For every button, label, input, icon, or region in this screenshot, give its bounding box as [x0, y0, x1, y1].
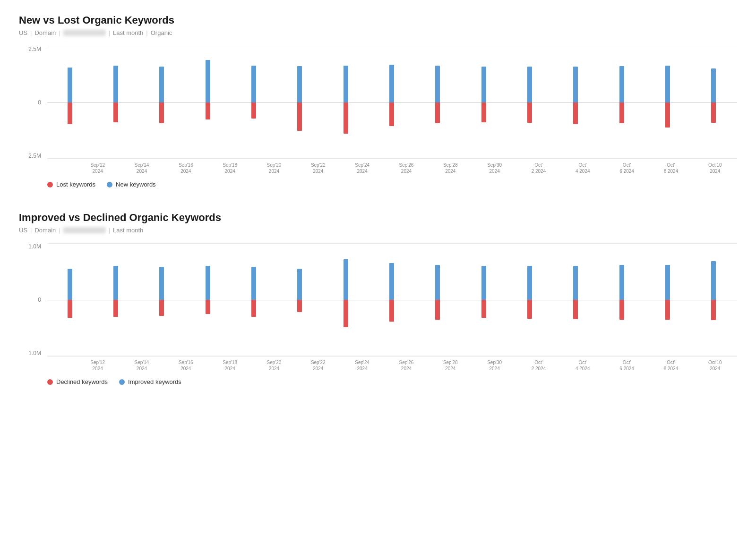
bar-group-2	[139, 243, 185, 356]
neg-bar-4	[251, 300, 256, 317]
chart2-improved-dot	[119, 379, 125, 385]
chart2-y-axis: 1.0M 0 1.0M	[19, 243, 45, 357]
chart2-y-top: 1.0M	[28, 243, 41, 250]
pos-bar-7	[389, 65, 394, 102]
bar-group-5	[277, 243, 323, 356]
pos-bar-3	[206, 60, 210, 102]
pos-bar-11	[573, 266, 578, 300]
chart2-sep2: |	[59, 227, 60, 234]
x-label-11: Oct'4 2024	[561, 359, 605, 372]
neg-bar-6	[344, 102, 348, 134]
bar-group-9	[461, 243, 507, 356]
pos-bar-8	[435, 265, 440, 300]
x-label-8: Sep'282024	[429, 162, 472, 174]
x-label-7: Sep'262024	[384, 359, 428, 372]
chart2-canvas	[47, 243, 737, 357]
neg-bar-12	[619, 300, 624, 320]
neg-bar-1	[113, 102, 118, 122]
chart1-sep1: |	[30, 29, 32, 36]
chart2-domain	[63, 227, 106, 233]
pos-bar-6	[344, 66, 348, 102]
neg-bar-10	[527, 102, 532, 123]
pos-bar-4	[251, 66, 256, 102]
neg-bar-11	[573, 102, 578, 124]
chart2-y-mid: 0	[38, 297, 41, 303]
chart1-canvas	[47, 46, 737, 159]
bar-group-14	[691, 46, 737, 159]
x-label-14: Oct'102024	[693, 162, 737, 174]
chart1-subtitle: US | Domain | | Last month | Organic	[19, 29, 737, 36]
bar-group-6	[323, 46, 369, 159]
pos-bar-9	[481, 67, 486, 102]
bar-group-0	[47, 46, 93, 159]
pos-bar-13	[665, 265, 670, 300]
chart1-category: Organic	[151, 29, 172, 36]
bar-group-8	[415, 46, 461, 159]
pos-bar-14	[711, 261, 716, 300]
x-label-2: Sep'162024	[164, 162, 208, 174]
x-label-12: Oct'6 2024	[605, 162, 649, 174]
x-label-2: Sep'162024	[164, 359, 208, 372]
bar-group-14	[691, 243, 737, 356]
bar-group-12	[599, 46, 645, 159]
neg-bar-0	[68, 102, 72, 124]
pos-bar-0	[68, 269, 72, 300]
x-label-5: Sep'222024	[296, 359, 340, 372]
x-label-4: Sep'202024	[252, 359, 296, 372]
x-label-7: Sep'262024	[384, 162, 428, 174]
neg-bar-4	[251, 102, 256, 119]
pos-bar-10	[527, 266, 532, 300]
x-label-6: Sep'242024	[340, 359, 384, 372]
chart1-domain	[63, 30, 106, 36]
chart1-y-top: 2.5M	[28, 46, 41, 52]
chart1-legend: Lost keywords New keywords	[47, 181, 737, 188]
chart1-country: US	[19, 29, 27, 36]
x-label-1: Sep'142024	[120, 359, 163, 372]
pos-bar-2	[159, 67, 164, 102]
x-label-1: Sep'142024	[120, 162, 163, 174]
neg-bar-3	[206, 300, 210, 314]
chart2-legend: Declined keywords Improved keywords	[47, 378, 737, 385]
chart1-period: Last month	[113, 29, 143, 36]
neg-bar-3	[206, 102, 210, 119]
chart1-legend-lost: Lost keywords	[47, 181, 95, 188]
chart1-y-mid: 0	[38, 99, 41, 106]
bar-group-4	[231, 243, 277, 356]
neg-bar-8	[435, 300, 440, 320]
x-label-10: Oct'2 2024	[516, 162, 560, 174]
bar-group-7	[369, 243, 415, 356]
neg-bar-0	[68, 300, 72, 318]
chart1-title: New vs Lost Organic Keywords	[19, 14, 737, 26]
pos-bar-8	[435, 66, 440, 102]
x-label-3: Sep'182024	[208, 359, 252, 372]
bar-group-1	[93, 243, 139, 356]
neg-bar-7	[389, 102, 394, 126]
chart1-legend-new: New keywords	[107, 181, 156, 188]
chart2-period: Last month	[113, 227, 143, 234]
chart2-y-bottom: 1.0M	[28, 350, 41, 357]
chart1-y-axis: 2.5M 0 2.5M	[19, 46, 45, 159]
pos-bar-2	[159, 267, 164, 300]
neg-bar-11	[573, 300, 578, 319]
neg-bar-7	[389, 300, 394, 322]
neg-bar-8	[435, 102, 440, 123]
neg-bar-2	[159, 300, 164, 316]
chart1-sep4: |	[146, 29, 147, 36]
bar-group-10	[507, 243, 553, 356]
chart1-chart-area: Sep'122024Sep'142024Sep'162024Sep'182024…	[47, 46, 737, 174]
x-label-5: Sep'222024	[296, 162, 340, 174]
pos-bar-5	[297, 269, 302, 300]
pos-bar-1	[113, 266, 118, 300]
x-label-6: Sep'242024	[340, 162, 384, 174]
neg-bar-14	[711, 300, 716, 320]
chart2-wrapper: 1.0M 0 1.0M Sep'122024Sep'142024Sep'1620…	[19, 243, 737, 372]
bar-group-13	[645, 46, 691, 159]
pos-bar-13	[665, 66, 670, 102]
pos-bar-1	[113, 66, 118, 102]
bar-group-3	[185, 46, 231, 159]
pos-bar-5	[297, 66, 302, 102]
pos-bar-12	[619, 265, 624, 300]
pos-bar-4	[251, 267, 256, 300]
chart2-declined-label: Declined keywords	[56, 378, 108, 385]
neg-bar-6	[344, 300, 348, 327]
